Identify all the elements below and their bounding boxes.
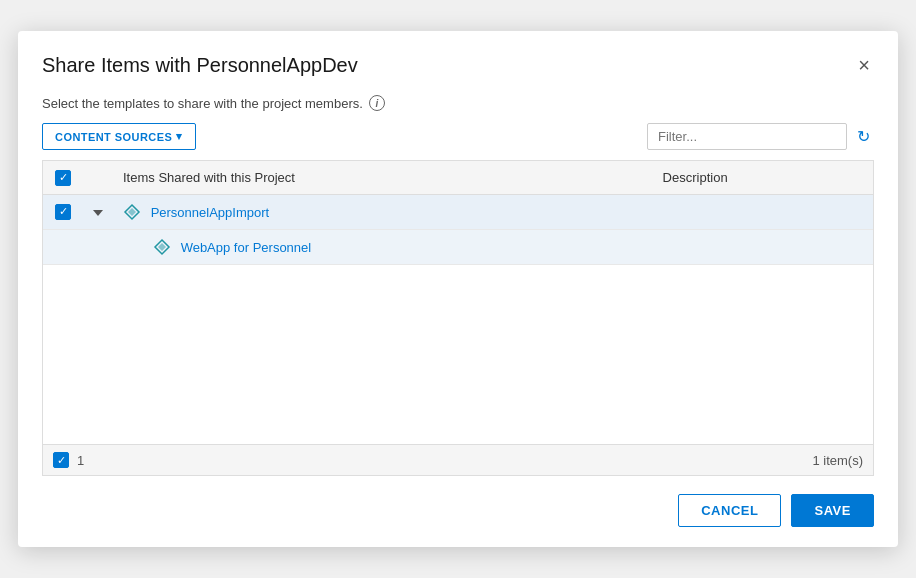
row-name: PersonnelAppImport: [151, 204, 270, 219]
table-footer: 1 1 item(s): [42, 445, 874, 476]
share-dialog: Share Items with PersonnelAppDev × Selec…: [18, 31, 898, 547]
info-icon[interactable]: i: [369, 95, 385, 111]
items-table-wrap: Items Shared with this Project Descripti…: [42, 160, 874, 445]
filter-input[interactable]: [647, 123, 847, 150]
content-sources-button[interactable]: CONTENT SOURCES ▾: [42, 123, 196, 150]
dialog-subtitle: Select the templates to share with the p…: [18, 95, 898, 123]
row-expand-cell: [83, 194, 113, 229]
footer-count: 1: [77, 453, 84, 468]
row-name-cell: PersonnelAppImport: [113, 194, 653, 229]
close-button[interactable]: ×: [854, 51, 874, 79]
empty-row: [43, 264, 873, 444]
footer-left: 1: [53, 452, 84, 468]
row-name: WebApp for Personnel: [181, 239, 312, 254]
row-name-cell: WebApp for Personnel: [113, 229, 653, 264]
refresh-button[interactable]: ↻: [853, 123, 874, 150]
col-description: Description: [653, 161, 873, 194]
item-icon: [123, 203, 141, 221]
row-checkbox-cell: [43, 229, 83, 264]
content-sources-label: CONTENT SOURCES: [55, 131, 172, 143]
header-checkbox[interactable]: [55, 170, 71, 186]
col-items: Items Shared with this Project: [113, 161, 653, 194]
item-icon: [153, 238, 171, 256]
col-expand: [83, 161, 113, 194]
row-description-cell: [653, 229, 873, 264]
table-row: WebApp for Personnel: [43, 229, 873, 264]
dialog-title: Share Items with PersonnelAppDev: [42, 54, 358, 77]
dialog-actions: CANCEL SAVE: [18, 476, 898, 547]
subtitle-text: Select the templates to share with the p…: [42, 96, 363, 111]
footer-items-label: 1 item(s): [812, 453, 863, 468]
dialog-header: Share Items with PersonnelAppDev ×: [18, 31, 898, 95]
row-checkbox[interactable]: [55, 204, 71, 220]
row-expand-cell: [83, 229, 113, 264]
filter-row: ↻: [647, 123, 874, 150]
chevron-down-icon[interactable]: [93, 210, 103, 216]
row-checkbox-cell: [43, 194, 83, 229]
toolbar: CONTENT SOURCES ▾ ↻: [18, 123, 898, 160]
chevron-down-icon: ▾: [176, 130, 182, 143]
col-checkbox: [43, 161, 83, 194]
empty-area: [43, 264, 873, 444]
footer-checkbox[interactable]: [53, 452, 69, 468]
save-button[interactable]: SAVE: [791, 494, 874, 527]
row-description-cell: [653, 194, 873, 229]
table-header-row: Items Shared with this Project Descripti…: [43, 161, 873, 194]
table-row: PersonnelAppImport: [43, 194, 873, 229]
cancel-button[interactable]: CANCEL: [678, 494, 781, 527]
items-table: Items Shared with this Project Descripti…: [43, 161, 873, 444]
